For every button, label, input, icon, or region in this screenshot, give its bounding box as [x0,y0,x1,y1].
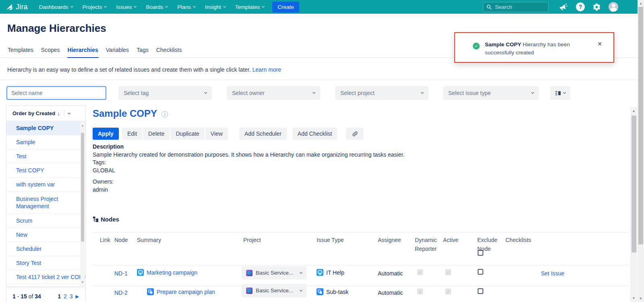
column-header-issue-type: Issue Type [317,232,344,244]
dynamic-reporter-checkbox-disabled: ✓ [417,269,423,275]
project-filter-select[interactable]: Select project [335,86,429,100]
table-border [93,265,630,265]
page-2-link[interactable]: 2 [64,293,67,300]
scrollbar-thumb[interactable] [632,116,636,252]
list-scrollbar[interactable]: ▲ ▼ [80,122,85,286]
project-avatar [246,288,253,294]
view-layout-button[interactable] [550,86,570,100]
learn-more-link[interactable]: Learn more [253,66,282,73]
copy-link-button[interactable] [346,128,364,140]
view-button[interactable]: View [205,128,228,140]
list-item[interactable]: Business Project Management [6,192,85,214]
node-id[interactable]: ND-2 [114,290,128,296]
browser-scrollbar[interactable]: ▲ ▼ [638,0,644,302]
page-3-link[interactable]: 3 [70,293,73,300]
description-text: Sample Hierarchy created for demonstrati… [93,151,404,159]
apply-button[interactable]: Apply [93,128,119,140]
hierarchy-detail-header: Sample COPY i [93,108,168,119]
list-item[interactable]: Sample [6,135,85,149]
list-item[interactable]: Scrum [6,214,85,228]
column-header-active: Active [443,232,458,244]
delete-button[interactable]: Delete [143,128,170,140]
result-range: 1 - 15 of 34 [12,293,41,300]
scrollbar-thumb[interactable] [81,133,84,242]
settings-gear-icon[interactable] [592,3,601,11]
create-button[interactable]: Create [272,2,299,12]
scroll-down-icon[interactable]: ▼ [630,296,637,300]
list-item[interactable]: New [6,228,85,242]
chevron-down-icon [204,91,207,94]
list-item[interactable]: Scheduler [6,242,85,256]
toast-title: Sample COPY [485,41,521,48]
nodes-section-title: Nodes [93,216,119,223]
list-item[interactable]: Test COPY [6,163,85,178]
help-icon[interactable]: ? [576,2,585,11]
nav-item-projects[interactable]: Projects [83,4,107,10]
nav-item-plans[interactable]: Plans [177,4,195,10]
table-border [93,232,630,232]
page-numbers: 1 2 3 ▶ [58,293,79,300]
nav-item-insight[interactable]: Insight [205,4,226,10]
owner-filter-select[interactable]: Select owner [227,86,320,100]
summary-link[interactable]: Prepare campaign plan [157,289,215,295]
name-filter-input[interactable] [6,86,106,100]
search-input[interactable] [495,4,539,10]
scroll-up-icon[interactable]: ▲ [80,124,85,127]
column-header-project: Project [243,232,261,244]
active-checkbox-disabled: ✓ [445,289,451,294]
search-box[interactable] [483,2,549,12]
scroll-down-icon[interactable]: ▼ [80,281,85,283]
chevron-down-icon[interactable] [68,111,70,114]
duplicate-button[interactable]: Duplicate [170,128,204,140]
order-by-header[interactable]: Order by Created ↓ [6,106,85,121]
add-scheduler-button[interactable]: Add Scheduler [239,128,287,140]
exclude-all-checkbox[interactable] [478,250,483,256]
link-icon [352,131,358,137]
chevron-down-icon [134,5,137,8]
list-item[interactable]: with system var [6,178,85,192]
issue-type-filter-select[interactable]: Select issue type [443,86,539,100]
summary-link[interactable]: Marketing campaign [147,269,197,276]
next-page-icon[interactable]: ▶ [76,294,79,299]
chevron-down-icon [223,5,226,8]
edit-button[interactable]: Edit [122,128,142,140]
info-icon[interactable]: i [162,111,168,118]
project-select[interactable]: Basic Service... [242,284,306,297]
description-section: Description Sample Hierarchy created for… [93,143,404,194]
nav-item-issues[interactable]: Issues [116,4,136,10]
column-header-assignee: Assignee [378,232,401,244]
chevron-down-icon [563,91,566,94]
scroll-up-icon[interactable]: ▲ [630,109,637,113]
page-1-current[interactable]: 1 [58,293,61,300]
node-id[interactable]: ND-1 [114,270,128,277]
nav-item-dashboards[interactable]: Dashboards [39,4,73,10]
user-avatar[interactable] [609,2,618,12]
exclude-node-checkbox[interactable] [478,269,483,275]
chevron-down-icon [70,5,73,8]
scrollbar-thumb[interactable] [638,7,643,244]
nav-item-templates[interactable]: Templates [235,4,265,10]
nav-item-boards[interactable]: Boards [146,4,168,10]
add-checklist-button[interactable]: Add Checklist [292,128,338,140]
sort-descending-icon[interactable]: ↓ [57,110,60,116]
content-scrollbar[interactable]: ▲ ▼ [630,107,637,302]
list-item[interactable]: Test [6,149,85,163]
feedback-megaphone-icon[interactable] [559,2,568,11]
set-issue-link[interactable]: Set Issue [541,270,564,277]
jira-logo[interactable]: Jira [6,3,28,11]
jira-logo-text: Jira [16,3,28,11]
list-item[interactable]: Story Test [6,256,85,270]
tag-filter-select[interactable]: Select tag [118,86,212,100]
scroll-up-icon[interactable]: ▲ [638,2,644,5]
owners-value: admin [93,186,404,194]
assignee-cell: Automatic [378,270,403,277]
list-item-selected[interactable]: Sample COPY [6,121,85,135]
scroll-down-icon[interactable]: ▼ [638,297,644,300]
tags-label: Tags: [93,159,404,167]
list-item[interactable]: Test 4117 ticket 2 ver COPY [6,270,85,284]
close-icon[interactable]: ✕ [597,41,602,47]
column-header-link: Link [100,232,110,244]
project-select[interactable]: Basic Service... [242,266,306,279]
assignee-cell: Automatic [378,290,403,296]
exclude-node-checkbox[interactable] [478,288,483,294]
